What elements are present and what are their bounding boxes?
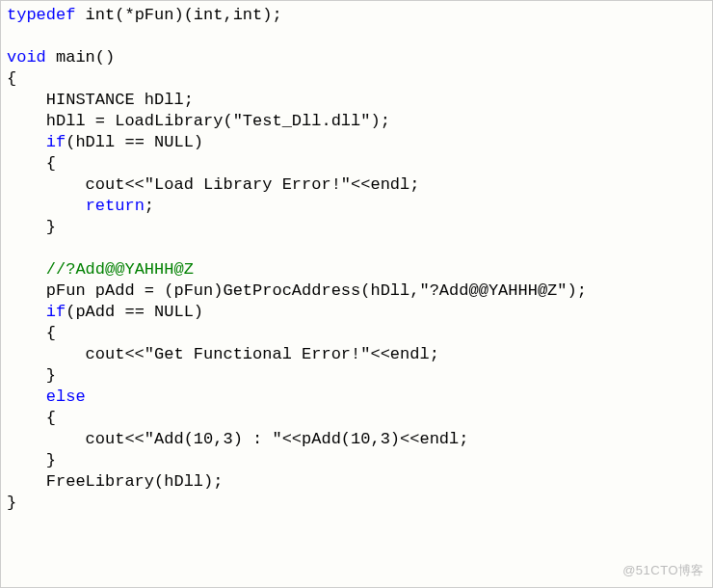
code-line: } bbox=[7, 218, 56, 236]
code-line: pFun pAdd = (pFun)GetProcAddress(hDll,"?… bbox=[7, 281, 587, 300]
code-text: ; bbox=[145, 197, 154, 215]
code-line: } bbox=[7, 451, 56, 469]
code-line: { bbox=[7, 409, 56, 427]
code-keyword: if bbox=[46, 133, 66, 151]
code-keyword: if bbox=[46, 303, 66, 321]
code-block: typedef int(*pFun)(int,int); void main()… bbox=[1, 1, 712, 518]
watermark-text: @51CTO博客 bbox=[622, 560, 704, 581]
code-comment: //?Add@@YAHHH@Z bbox=[46, 260, 194, 279]
code-text bbox=[7, 260, 46, 279]
code-line: HINSTANCE hDll; bbox=[7, 91, 194, 109]
code-text bbox=[7, 133, 46, 151]
code-line: FreeLibrary(hDll); bbox=[7, 472, 223, 491]
code-text: int(*pFun)(int,int); bbox=[75, 6, 281, 24]
code-text bbox=[7, 303, 46, 321]
code-text: main() bbox=[46, 48, 115, 67]
code-line: } bbox=[7, 366, 56, 385]
code-keyword: void bbox=[7, 48, 46, 67]
code-line: } bbox=[7, 494, 16, 512]
code-text: (hDll == NULL) bbox=[66, 133, 203, 151]
code-text: (pAdd == NULL) bbox=[66, 303, 203, 321]
code-keyword: else bbox=[46, 388, 86, 406]
code-line: { bbox=[7, 69, 16, 88]
code-line: { bbox=[7, 324, 56, 342]
code-text bbox=[7, 388, 46, 406]
code-line: cout<<"Load Library Error!"<<endl; bbox=[7, 175, 419, 194]
code-line: hDll = LoadLibrary("Test_Dll.dll"); bbox=[7, 112, 390, 130]
code-keyword: return bbox=[86, 197, 145, 215]
code-keyword: typedef bbox=[7, 6, 75, 24]
code-line: cout<<"Get Functional Error!"<<endl; bbox=[7, 345, 439, 363]
code-line: cout<<"Add(10,3) : "<<pAdd(10,3)<<endl; bbox=[7, 430, 468, 448]
code-line: { bbox=[7, 154, 56, 173]
code-text bbox=[7, 197, 86, 215]
